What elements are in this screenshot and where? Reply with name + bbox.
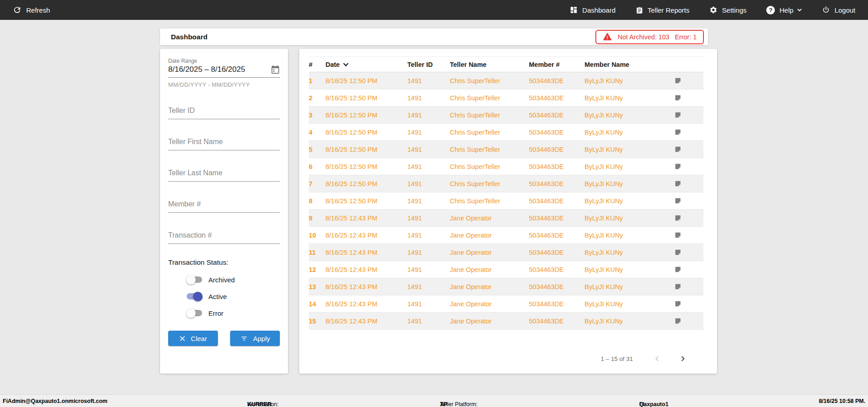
column-header-label: #	[309, 61, 312, 68]
top-navbar: Refresh DashboardTeller ReportsSettings?…	[0, 0, 868, 20]
row-date: 8/16/25 12:43 PM	[326, 232, 407, 239]
calendar-icon[interactable]	[271, 65, 280, 74]
nav-item-teller-reports[interactable]: Teller Reports	[636, 6, 690, 14]
not-archived-alert[interactable]: Not Archived: 103 Error: 1	[595, 30, 704, 44]
row-teller-id: 1491	[407, 129, 450, 136]
table-row[interactable]: 118/16/25 12:43 PM1491Jane Operator50344…	[309, 244, 703, 261]
note-icon[interactable]	[673, 94, 703, 102]
row-teller-id: 1491	[407, 300, 450, 308]
next-page-button[interactable]	[677, 353, 688, 364]
table-row[interactable]: 58/16/25 12:50 PM1491Chris SuperTeller50…	[309, 141, 703, 158]
note-icon[interactable]	[673, 145, 703, 153]
note-icon[interactable]	[673, 180, 703, 187]
teller-first-name-input[interactable]	[168, 136, 280, 150]
filter-panel: Date Range 8/16/2025 – 8/16/2025 MM/DD/Y…	[160, 49, 288, 374]
row-member-number: 5034463DE	[529, 215, 585, 222]
note-icon[interactable]	[673, 317, 703, 325]
note-icon[interactable]	[673, 77, 703, 84]
nav-item-logout[interactable]: Logout	[822, 6, 855, 14]
row-teller-id: 1491	[407, 249, 450, 256]
row-member-number: 5034463DE	[529, 300, 585, 308]
navbar-items: DashboardTeller ReportsSettings?HelpLogo…	[570, 6, 855, 14]
date-range-value[interactable]: 8/16/2025 – 8/16/2025	[168, 65, 245, 74]
toggle-error[interactable]: Error	[186, 308, 280, 318]
footer-user-email: FiAdmin@Qaxpauto1.onmicrosoft.com	[3, 398, 108, 404]
table-row[interactable]: 88/16/25 12:50 PM1491Chris SuperTeller50…	[309, 192, 703, 210]
date-range-label: Date Range	[168, 58, 280, 64]
note-icon[interactable]	[673, 231, 703, 239]
toggle-active[interactable]: Active	[186, 291, 280, 301]
row-date: 8/16/25 12:43 PM	[326, 215, 407, 222]
row-teller-name: Chris SuperTeller	[450, 163, 529, 170]
teller-id-input[interactable]	[168, 105, 280, 119]
page-header-bar: Dashboard Not Archived: 103 Error: 1	[160, 28, 708, 45]
main-container: Dashboard Not Archived: 103 Error: 1 Dat…	[160, 28, 708, 374]
row-member-name: ByLyJI KUNy	[585, 163, 673, 170]
note-icon[interactable]	[673, 111, 703, 119]
nav-item-settings[interactable]: Settings	[709, 6, 746, 14]
teller-last-name-input[interactable]	[168, 167, 280, 182]
row-number: 4	[309, 129, 326, 136]
apply-button[interactable]: Apply	[230, 331, 280, 346]
row-number: 12	[309, 266, 326, 273]
row-number: 2	[309, 94, 326, 102]
toggle-switch[interactable]	[186, 275, 203, 285]
table-row[interactable]: 28/16/25 12:50 PM1491Chris SuperTeller50…	[309, 89, 703, 107]
note-icon[interactable]	[673, 163, 703, 170]
toggle-switch[interactable]	[186, 308, 203, 318]
table-row[interactable]: 78/16/25 12:50 PM1491Chris SuperTeller50…	[309, 175, 703, 192]
previous-page-button[interactable]	[652, 353, 663, 364]
row-member-number: 5034463DE	[529, 266, 585, 273]
row-member-number: 5034463DE	[529, 77, 585, 84]
table-row[interactable]: 48/16/25 12:50 PM1491Chris SuperTeller50…	[309, 124, 703, 141]
row-member-number: 5034463DE	[529, 112, 585, 119]
table-row[interactable]: 18/16/25 12:50 PM1491Chris SuperTeller50…	[309, 72, 703, 89]
transaction-number-input[interactable]	[168, 229, 280, 244]
row-date: 8/16/25 12:50 PM	[326, 163, 407, 170]
row-teller-name: Jane Operator	[450, 318, 529, 325]
table-row[interactable]: 108/16/25 12:43 PM1491Jane Operator50344…	[309, 227, 703, 244]
apply-button-label: Apply	[253, 335, 270, 342]
row-date: 8/16/25 12:50 PM	[326, 146, 407, 153]
table-row[interactable]: 158/16/25 12:43 PM1491Jane Operator50344…	[309, 313, 703, 330]
row-member-number: 5034463DE	[529, 197, 585, 205]
row-date: 8/16/25 12:43 PM	[326, 283, 407, 290]
nav-item-dashboard[interactable]: Dashboard	[570, 6, 615, 14]
row-teller-name: Jane Operator	[450, 300, 529, 308]
nav-item-help[interactable]: ?Help	[766, 6, 802, 14]
sort-desc-icon	[343, 62, 349, 67]
chevron-down-icon	[797, 8, 802, 12]
note-icon[interactable]	[673, 214, 703, 222]
row-number: 7	[309, 180, 326, 187]
row-teller-name: Jane Operator	[450, 266, 529, 273]
row-date: 8/16/25 12:50 PM	[326, 94, 407, 102]
table-row[interactable]: 148/16/25 12:43 PM1491Jane Operator50344…	[309, 295, 703, 313]
table-row[interactable]: 98/16/25 12:43 PM1491Jane Operator503446…	[309, 210, 703, 227]
row-member-number: 5034463DE	[529, 94, 585, 102]
refresh-button[interactable]: Refresh	[13, 5, 50, 14]
table-row[interactable]: 128/16/25 12:43 PM1491Jane Operator50344…	[309, 261, 703, 278]
row-date: 8/16/25 12:43 PM	[326, 249, 407, 256]
toggle-archived[interactable]: Archived	[186, 275, 280, 285]
table-row[interactable]: 138/16/25 12:43 PM1491Jane Operator50344…	[309, 278, 703, 295]
row-teller-id: 1491	[407, 232, 450, 239]
row-teller-name: Chris SuperTeller	[450, 112, 529, 119]
member-number-input[interactable]	[168, 198, 280, 213]
note-icon[interactable]	[673, 248, 703, 256]
note-icon[interactable]	[673, 283, 703, 290]
note-icon[interactable]	[673, 266, 703, 273]
column-header-date[interactable]: Date	[326, 61, 407, 68]
table-row[interactable]: 38/16/25 12:50 PM1491Chris SuperTeller50…	[309, 107, 703, 124]
note-icon[interactable]	[673, 128, 703, 136]
table-row[interactable]: 68/16/25 12:50 PM1491Chris SuperTeller50…	[309, 158, 703, 175]
clear-x-icon	[179, 335, 186, 342]
clear-button[interactable]: Clear	[168, 331, 218, 346]
row-date: 8/16/25 12:43 PM	[326, 318, 407, 325]
date-range-field[interactable]: 8/16/2025 – 8/16/2025	[168, 65, 280, 78]
row-member-name: ByLyJI KUNy	[585, 266, 673, 273]
note-icon[interactable]	[673, 197, 703, 205]
row-member-name: ByLyJI KUNy	[585, 215, 673, 222]
toggle-switch[interactable]	[186, 291, 203, 301]
note-icon[interactable]	[673, 300, 703, 308]
toggle-list: ArchivedActiveError	[186, 275, 280, 318]
